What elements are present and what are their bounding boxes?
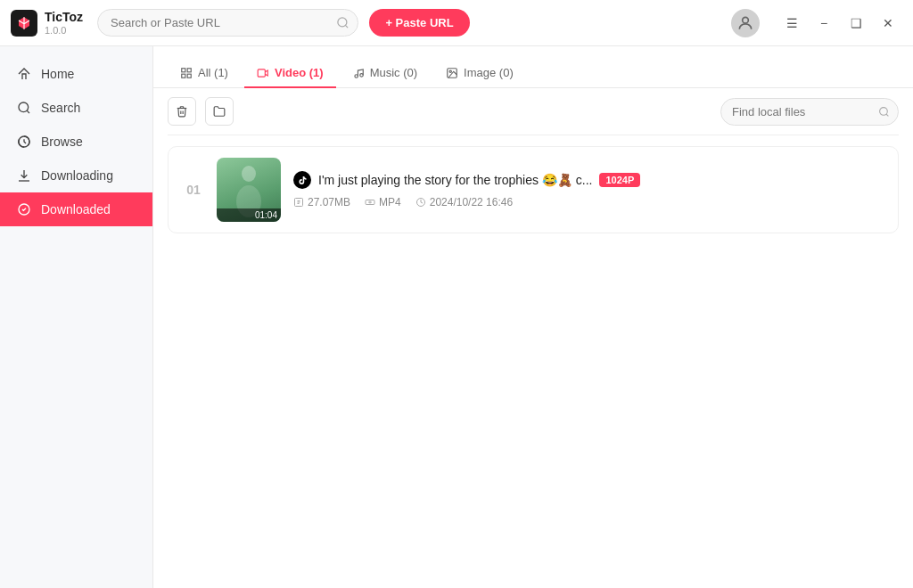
- svg-point-15: [242, 166, 256, 182]
- video-duration: 01:04: [217, 208, 281, 222]
- tab-image-label: Image (0): [464, 66, 514, 79]
- size-icon: [293, 197, 304, 208]
- video-icon: [257, 67, 269, 79]
- minimize-button[interactable]: −: [810, 9, 838, 37]
- image-icon: [446, 67, 458, 79]
- main-layout: Home Search Browse: [0, 46, 913, 588]
- video-date: 2024/10/22 16:46: [415, 196, 513, 208]
- tab-bar: All (1) Video (1) Music (0): [153, 46, 913, 88]
- sidebar-label-downloaded: Downloaded: [41, 202, 111, 216]
- video-title: I'm just playing the story for the troph…: [318, 173, 592, 187]
- downloaded-icon: [16, 201, 32, 217]
- video-size: 27.07MB: [293, 196, 350, 208]
- search-nav-icon: [16, 100, 32, 116]
- app-name: TicToz: [45, 10, 83, 25]
- find-local-input[interactable]: [720, 98, 899, 126]
- app-version: 1.0.0: [45, 25, 83, 36]
- home-icon: [16, 66, 32, 82]
- tab-music-label: Music (0): [370, 66, 417, 79]
- sidebar-label-search: Search: [41, 101, 80, 115]
- sidebar-item-downloaded[interactable]: Downloaded: [0, 192, 152, 226]
- svg-point-1: [743, 17, 749, 23]
- quality-badge: 1024P: [599, 173, 640, 187]
- app-logo-icon: [11, 10, 37, 37]
- user-avatar-button[interactable]: [731, 9, 760, 37]
- sidebar: Home Search Browse: [0, 46, 153, 588]
- sidebar-label-downloading: Downloading: [41, 168, 113, 183]
- video-title-row: I'm just playing the story for the troph…: [293, 171, 884, 189]
- delete-button[interactable]: [168, 97, 196, 126]
- window-controls: ☰ − ❑ ✕: [777, 9, 902, 37]
- browse-icon: [16, 134, 32, 150]
- svg-rect-8: [187, 74, 191, 78]
- video-thumbnail: 01:04: [217, 158, 281, 222]
- find-local-container: [720, 98, 899, 126]
- downloading-icon: [16, 167, 32, 184]
- svg-point-0: [338, 18, 347, 27]
- svg-point-2: [19, 102, 29, 112]
- sidebar-label-browse: Browse: [41, 135, 83, 149]
- tab-video[interactable]: Video (1): [244, 59, 336, 88]
- app-name-block: TicToz 1.0.0: [45, 10, 83, 36]
- format-icon: [365, 197, 375, 208]
- sidebar-item-home[interactable]: Home: [0, 57, 152, 91]
- clock-icon: [415, 197, 426, 208]
- video-meta: 27.07MB MP4: [293, 196, 884, 208]
- content-area: All (1) Video (1) Music (0): [153, 46, 913, 588]
- sidebar-item-search[interactable]: Search: [0, 91, 152, 125]
- toolbar: [153, 88, 913, 135]
- menu-button[interactable]: ☰: [777, 9, 806, 37]
- svg-rect-5: [182, 68, 185, 71]
- sidebar-item-browse[interactable]: Browse: [0, 125, 152, 159]
- tab-music[interactable]: Music (0): [340, 59, 430, 88]
- video-index: 01: [183, 183, 204, 197]
- video-list: 01 01:04: [153, 135, 913, 588]
- search-submit-button[interactable]: [336, 16, 350, 29]
- title-bar: TicToz 1.0.0 + Paste URL ☰ − ❑ ✕: [0, 0, 913, 46]
- video-info: I'm just playing the story for the troph…: [293, 171, 884, 208]
- paste-url-button[interactable]: + Paste URL: [369, 9, 469, 37]
- music-icon: [352, 67, 365, 79]
- tab-all[interactable]: All (1): [168, 59, 241, 88]
- tab-all-label: All (1): [198, 66, 228, 79]
- video-format: MP4: [365, 196, 401, 208]
- svg-point-13: [449, 70, 451, 72]
- tab-image[interactable]: Image (0): [433, 59, 526, 88]
- open-folder-button[interactable]: [205, 97, 234, 126]
- grid-icon: [180, 67, 193, 79]
- table-row: 01 01:04: [168, 146, 899, 233]
- svg-rect-6: [187, 68, 191, 71]
- svg-rect-9: [258, 69, 265, 76]
- sidebar-item-downloading[interactable]: Downloading: [0, 159, 152, 192]
- tiktok-icon: [293, 171, 311, 189]
- app-logo: TicToz 1.0.0: [11, 10, 83, 37]
- close-button[interactable]: ✕: [874, 9, 902, 37]
- svg-rect-7: [182, 74, 185, 78]
- url-search-bar: [97, 9, 358, 37]
- tab-video-label: Video (1): [275, 66, 324, 79]
- maximize-button[interactable]: ❑: [842, 9, 870, 37]
- search-input[interactable]: [97, 9, 358, 37]
- sidebar-label-home: Home: [41, 67, 74, 81]
